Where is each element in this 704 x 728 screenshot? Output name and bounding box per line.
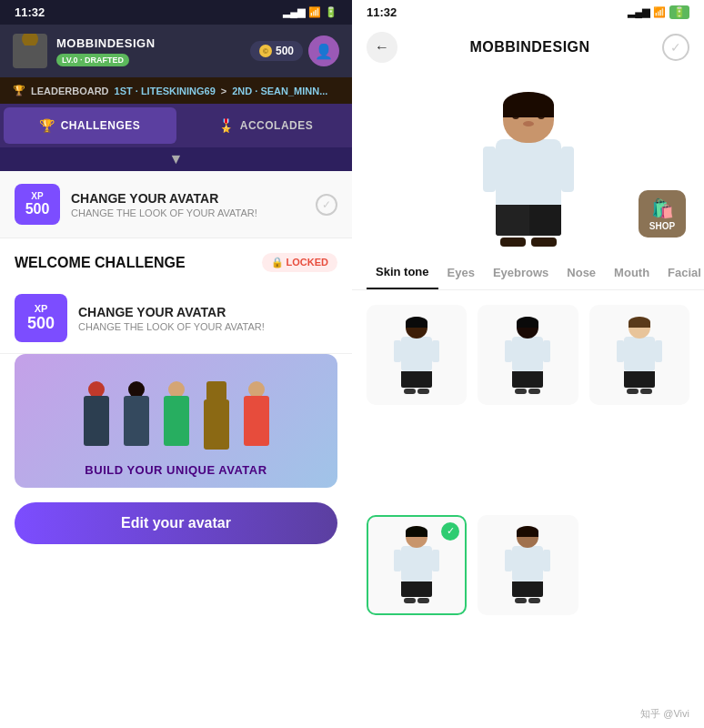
wc-challenge-title: CHANGE YOUR AVATAR <box>78 305 265 319</box>
avatar-characters <box>25 372 327 454</box>
avatar-body <box>496 139 561 205</box>
avatar-banner: BUILD YOUR UNIQUE AVATAR <box>15 354 337 488</box>
coins-area: © 500 👤 <box>250 35 339 66</box>
status-icons-left: ▂▄▆ 📶 🔋 <box>283 6 337 18</box>
chevron-down-icon: ▼ <box>169 151 184 167</box>
avatar-pants <box>496 205 561 236</box>
back-button[interactable]: ← <box>367 32 397 63</box>
left-panel: 11:32 ▂▄▆ 📶 🔋 MOBBINDESIGN LV.0 · DRAFTE… <box>0 0 352 728</box>
back-icon: ← <box>375 39 389 56</box>
accolades-icon: 🎖️ <box>218 118 235 133</box>
mini-avatar-1 <box>397 317 437 394</box>
eyes-tab-label: Eyes <box>448 266 475 279</box>
leaderboard-sep: > <box>221 86 226 96</box>
tab-mouth[interactable]: Mouth <box>605 256 659 289</box>
dropdown-indicator[interactable]: ▼ <box>0 147 352 171</box>
leaderboard-second[interactable]: 2ND · SEAN_MINN... <box>232 86 327 96</box>
xp-badge-top: XP 500 <box>15 184 60 225</box>
wc-xp-label: XP <box>25 303 56 314</box>
wc-header: WELCOME CHALLENGE 🔒 LOCKED <box>0 238 352 283</box>
check-circle-top: ✓ <box>316 194 337 216</box>
check-done: ✓ <box>662 34 689 61</box>
shop-icon: 🛍️ <box>651 197 674 219</box>
right-header: ← MOBBINDESIGN ✓ <box>352 25 704 74</box>
avatar-char-4 <box>198 381 235 454</box>
edit-avatar-button[interactable]: Edit your avatar <box>15 502 337 544</box>
mini-avatar-3 <box>619 317 659 394</box>
wc-item: XP 500 CHANGE YOUR AVATAR CHANGE THE LOO… <box>0 283 352 354</box>
challenge-subtitle-top: CHANGE THE LOOK OF YOUR AVATAR! <box>71 207 257 218</box>
xp-label-top: XP <box>24 191 51 201</box>
profile-icon[interactable]: 👤 <box>308 35 339 66</box>
top-bar: MOBBINDESIGN LV.0 · DRAFTED © 500 👤 <box>0 25 352 77</box>
avatar-head <box>503 92 554 143</box>
skin-tone-tab-label: Skin tone <box>376 265 429 278</box>
mouth-tab-label: Mouth <box>614 266 649 279</box>
battery-icon-left: 🔋 <box>325 6 337 18</box>
challenges-icon: 🏆 <box>39 118 55 133</box>
challenge-section: XP 500 CHANGE YOUR AVATAR CHANGE THE LOO… <box>0 171 352 728</box>
status-icons-right: ▂▄▆ 📶 🔋 <box>628 5 689 19</box>
watermark: 知乎 @Vivi <box>640 707 689 721</box>
skin-option-5[interactable] <box>478 515 578 615</box>
user-avatar-small <box>13 34 47 68</box>
tab-eyes[interactable]: Eyes <box>438 256 484 289</box>
wifi-icon-left: 📶 <box>308 6 321 18</box>
shop-label: SHOP <box>649 221 675 231</box>
skin-option-2[interactable] <box>478 305 578 405</box>
customize-tabs: Skin tone Eyes Eyebrows Nose Mouth Facia… <box>352 256 704 290</box>
skin-option-3[interactable] <box>589 305 689 405</box>
status-bar-left: 11:32 ▂▄▆ 📶 🔋 <box>0 0 352 25</box>
battery-icon-right: 🔋 <box>669 5 689 19</box>
leaderboard-first[interactable]: 1ST · LITESKINING69 <box>115 86 216 96</box>
banner-text: BUILD YOUR UNIQUE AVATAR <box>25 463 327 477</box>
tab-skin-tone[interactable]: Skin tone <box>367 256 438 289</box>
shop-button[interactable]: 🛍️ SHOP <box>639 190 686 238</box>
tab-accolades[interactable]: 🎖️ ACCOLADES <box>180 104 353 147</box>
trophy-icon: 🏆 <box>13 85 25 96</box>
wc-title: WELCOME CHALLENGE <box>15 255 186 271</box>
challenge-title-top: CHANGE YOUR AVATAR <box>71 191 257 206</box>
xp-value-top: 500 <box>24 201 51 217</box>
main-avatar <box>483 92 574 247</box>
mini-avatar-4 <box>397 526 437 603</box>
nose-tab-label: Nose <box>567 266 596 279</box>
mini-avatar-5 <box>508 526 548 603</box>
time-right: 11:32 <box>367 5 397 19</box>
signal-icon-right: ▂▄▆ <box>628 6 649 18</box>
challenge-info-top: CHANGE YOUR AVATAR CHANGE THE LOOK OF YO… <box>71 191 257 218</box>
tab-challenges[interactable]: 🏆 CHALLENGES <box>4 107 176 144</box>
leaderboard-bar: 🏆 LEADERBOARD 1ST · LITESKINING69 > 2ND … <box>0 77 352 104</box>
avatar-display: 🛍️ SHOP <box>352 74 704 256</box>
challenge-item-top: XP 500 CHANGE YOUR AVATAR CHANGE THE LOO… <box>0 171 352 238</box>
right-panel: 11:32 ▂▄▆ 📶 🔋 ← MOBBINDESIGN ✓ <box>352 0 704 728</box>
user-info: MOBBINDESIGN LV.0 · DRAFTED <box>56 36 241 66</box>
eyebrows-tab-label: Eyebrows <box>493 266 548 279</box>
tab-facial[interactable]: Facial <box>659 256 704 289</box>
time-left: 11:32 <box>15 5 45 19</box>
wc-xp-badge: XP 500 <box>15 294 67 342</box>
coin-icon: © <box>259 45 272 57</box>
tab-nose[interactable]: Nose <box>558 256 605 289</box>
locked-badge: 🔒 LOCKED <box>262 253 338 272</box>
level-badge: LV.0 · DRAFTED <box>56 54 129 66</box>
avatar-char-1 <box>78 381 115 454</box>
skin-option-4[interactable]: ✓ <box>367 515 467 615</box>
welcome-challenge-card: WELCOME CHALLENGE 🔒 LOCKED XP 500 CHANGE… <box>0 238 352 559</box>
avatar-char-3 <box>158 381 195 454</box>
wc-challenge-subtitle: CHANGE THE LOOK OF YOUR AVATAR! <box>78 321 265 332</box>
avatar-feet <box>500 238 557 247</box>
leaderboard-label: LEADERBOARD <box>31 86 109 96</box>
signal-icon-left: ▂▄▆ <box>283 6 305 18</box>
mini-avatar-2 <box>508 317 548 394</box>
avatar-char-5 <box>238 381 275 454</box>
skin-option-1[interactable] <box>367 305 467 405</box>
status-bar-right: 11:32 ▂▄▆ 📶 🔋 <box>352 0 704 25</box>
wifi-icon-right: 📶 <box>653 6 666 18</box>
challenges-label: CHALLENGES <box>61 119 141 132</box>
avatar-char-2 <box>118 381 155 454</box>
tab-eyebrows[interactable]: Eyebrows <box>484 256 558 289</box>
wc-challenge-info: CHANGE YOUR AVATAR CHANGE THE LOOK OF YO… <box>78 305 265 332</box>
wc-xp-value: 500 <box>25 314 56 333</box>
tab-bar: 🏆 CHALLENGES 🎖️ ACCOLADES <box>0 104 352 147</box>
